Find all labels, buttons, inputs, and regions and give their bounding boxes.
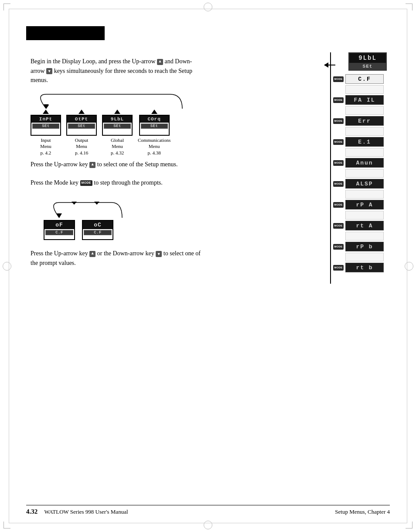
mode-btn-3: MODE xyxy=(333,118,344,124)
panel-blank-7 xyxy=(345,211,392,220)
display-rpb: rP b xyxy=(345,242,384,251)
of-box-bottom: C.F xyxy=(45,230,73,235)
output-menu-bottom: SEt xyxy=(68,124,95,129)
top-display-line1: 9LbL xyxy=(349,53,386,63)
select-text: Press the Up-arrow key ▲ to select one o… xyxy=(31,160,201,169)
footer-right: Setup Menus, Chapter 4 xyxy=(335,508,390,515)
top-display-block: 9LbL SEt xyxy=(348,52,392,71)
panel-blank-8 xyxy=(345,232,392,240)
corner-mark-tl xyxy=(3,3,10,10)
corner-mark-tr xyxy=(406,3,413,10)
blank-display-1 xyxy=(345,85,384,94)
mode-btn-5: MODE xyxy=(333,160,344,166)
panel-blank-4 xyxy=(345,148,392,157)
arrow-up-output xyxy=(78,110,85,114)
right-line xyxy=(330,52,331,284)
global-menu-label: GlobalMenup. 4.32 xyxy=(111,137,124,156)
output-menu-label: OutputMenup. 4.16 xyxy=(75,137,89,156)
panel-row-6: MODE ALSP xyxy=(333,179,392,189)
panel-row-1: MODE C.F xyxy=(333,74,392,84)
arrow-up-global xyxy=(114,110,120,114)
up-down-text: Press the Up-arrow key ▲ or the Down-arr… xyxy=(31,249,201,268)
svg-marker-4 xyxy=(94,202,99,205)
input-menu-label: InputMenup. 4.2 xyxy=(40,137,51,156)
right-hole-mark xyxy=(405,262,413,271)
step-text: Press the Mode key MODE to step through … xyxy=(31,178,201,188)
panel-row-2: MODE FA IL xyxy=(333,95,392,105)
input-menu-top: InPt xyxy=(31,116,60,123)
top-hole-mark xyxy=(204,3,212,11)
left-hole-mark xyxy=(3,262,11,271)
oc-box-bottom: C.F xyxy=(84,230,112,235)
global-menu-top: 9LbL xyxy=(103,116,132,123)
display-err: Err xyxy=(345,116,384,126)
manual-title: WATLOW Series 998 User's Manual xyxy=(44,508,128,515)
intro-text: Begin in the Display Loop, and press the… xyxy=(31,57,201,85)
display-rta: rt A xyxy=(345,221,384,230)
arrow-up-comm xyxy=(151,110,157,114)
mode-btn-2: MODE xyxy=(333,97,344,103)
corner-mark-bl xyxy=(3,522,10,529)
page-number: 4.32 xyxy=(26,508,38,515)
display-fail: FA IL xyxy=(345,95,384,105)
mode-btn-10: MODE xyxy=(333,265,344,271)
comm-menu-label: CommunicationsMenup. 4.38 xyxy=(138,137,170,156)
mode-btn-6: MODE xyxy=(333,181,344,187)
output-menu-top: OtPt xyxy=(67,116,96,123)
svg-marker-3 xyxy=(72,202,77,205)
blank-display-5 xyxy=(345,169,384,178)
menu-diagram: InPt SEt InputMenup. 4.2 OtPt SEt Output… xyxy=(31,92,188,155)
of-oc-diagram: oF C.F oC C.F xyxy=(44,200,201,240)
output-menu-item: OtPt SEt OutputMenup. 4.16 xyxy=(66,110,97,156)
blank-display-3 xyxy=(345,127,384,136)
panel-row-4: MODE E.1 xyxy=(333,137,392,147)
comm-menu-top: COrq xyxy=(140,116,169,123)
display-e1: E.1 xyxy=(345,137,384,147)
top-display-line2: SEt xyxy=(349,63,386,70)
corner-mark-br xyxy=(406,522,413,529)
header-bar xyxy=(26,26,105,40)
panel-blank-2 xyxy=(345,106,392,115)
mode-btn-8: MODE xyxy=(333,223,344,229)
blank-display-9 xyxy=(345,253,384,261)
of-box: oF C.F xyxy=(44,220,75,240)
of-box-top: oF xyxy=(44,221,74,229)
input-menu-item: InPt SEt InputMenup. 4.2 xyxy=(31,110,61,156)
input-menu-bottom: SEt xyxy=(32,124,59,129)
blank-display-4 xyxy=(345,148,384,157)
panel-row-8: MODE rt A xyxy=(333,221,392,230)
svg-marker-1 xyxy=(44,105,49,109)
display-anun: Anun xyxy=(345,158,384,168)
panel-row-5: MODE Anun xyxy=(333,158,392,168)
blank-display-7 xyxy=(345,211,384,220)
oc-box-top: oC xyxy=(83,221,113,229)
display-rtb: rt b xyxy=(345,263,384,272)
panel-blank-9 xyxy=(345,253,392,261)
oc-box: oC C.F xyxy=(82,220,113,240)
mode-btn-9: MODE xyxy=(333,244,344,250)
mode-btn-1: MODE xyxy=(333,76,344,82)
display-rpa: rP A xyxy=(345,200,384,209)
of-oc-boxes: oF C.F oC C.F xyxy=(44,220,201,240)
panel-blank-1 xyxy=(345,85,392,94)
panel-blank-6 xyxy=(345,190,392,199)
right-panel: 9LbL SEt MODE C.F MODE FA IL MODE Err MO… xyxy=(333,52,392,274)
panel-row-10: MODE rt b xyxy=(333,263,392,272)
mode-btn-4: MODE xyxy=(333,139,344,145)
panel-blank-3 xyxy=(345,127,392,136)
panel-row-9: MODE rP b xyxy=(333,242,392,251)
panel-blank-5 xyxy=(345,169,392,178)
global-menu-item: 9LbL SEt GlobalMenup. 4.32 xyxy=(102,110,133,156)
bottom-hole-mark xyxy=(204,521,212,529)
panel-row-7: MODE rP A xyxy=(333,200,392,209)
arrow-up-input xyxy=(43,110,49,114)
mode-btn-7: MODE xyxy=(333,202,344,208)
footer-left: 4.32 WATLOW Series 998 User's Manual xyxy=(26,508,128,515)
footer: 4.32 WATLOW Series 998 User's Manual Set… xyxy=(26,505,390,515)
comm-menu-bottom: SEt xyxy=(141,124,168,129)
global-menu-bottom: SEt xyxy=(104,124,131,129)
blank-display-8 xyxy=(345,232,384,240)
panel-row-3: MODE Err xyxy=(333,116,392,126)
display-cf: C.F xyxy=(345,74,384,84)
of-oc-arrows-svg xyxy=(44,200,131,220)
